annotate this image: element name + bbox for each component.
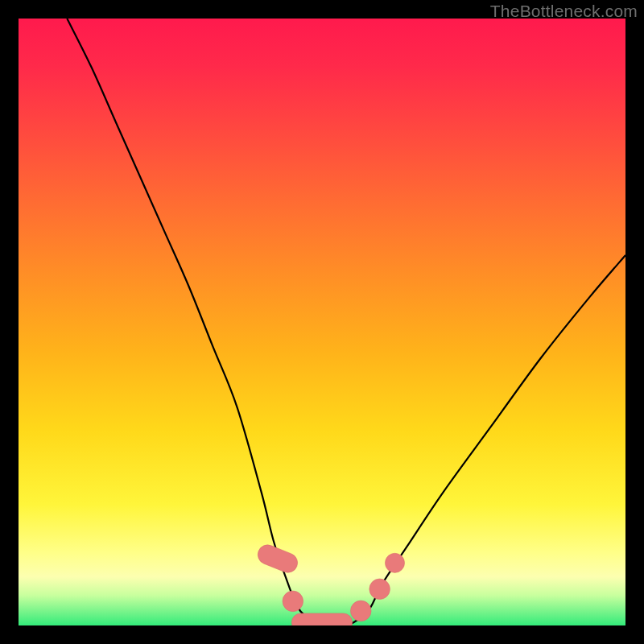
curve-group [67,19,625,625]
curve-marker [369,579,390,600]
curve-marker [283,591,303,612]
watermark-text: TheBottleneck.com [490,2,638,21]
chart-frame: TheBottleneck.com [0,0,644,644]
curve-marker [385,553,404,572]
bottleneck-curve [67,19,625,625]
curve-marker [350,601,371,621]
chart-svg [19,19,625,625]
curve-marker [291,613,352,625]
marker-group [255,542,405,625]
plot-area [19,19,625,625]
curve-marker [255,542,301,576]
